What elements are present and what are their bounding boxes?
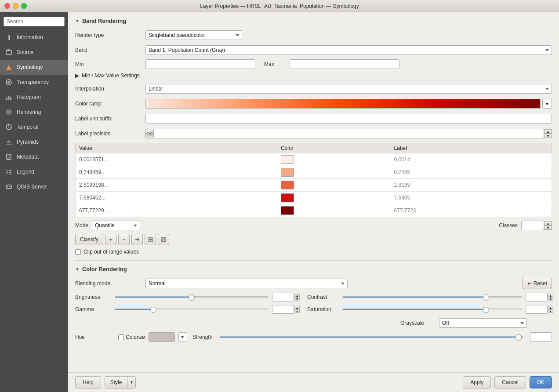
hue-row: Hue Colorize Strength 100% — [75, 332, 552, 342]
svg-rect-15 — [6, 172, 8, 174]
style-dropdown-arrow[interactable]: ▼ — [127, 376, 136, 388]
interpolation-select[interactable]: Linear — [145, 84, 552, 94]
sidebar-item-label: Histogram — [17, 94, 41, 100]
band-rendering-toggle[interactable]: ▼ — [75, 18, 80, 23]
style-button-group: Style ▼ — [105, 376, 136, 388]
ok-button[interactable]: OK — [530, 376, 552, 388]
table-cell-color[interactable] — [277, 153, 390, 166]
gamma-slider[interactable] — [115, 309, 269, 310]
invert-button[interactable] — [131, 234, 143, 245]
brightness-spin-down[interactable]: ▼ — [294, 297, 300, 301]
classify-button[interactable]: Classify — [75, 234, 103, 245]
mode-select[interactable]: Quantile — [92, 221, 140, 230]
svg-rect-3 — [6, 98, 7, 100]
classes-input[interactable]: 5 — [521, 221, 543, 230]
clip-checkbox[interactable] — [75, 249, 81, 255]
precision-delete-btn[interactable]: ⌫ — [145, 129, 153, 138]
classes-spin-up[interactable]: ▲ — [544, 221, 552, 225]
minmax-settings-header[interactable]: ▶ Min / Max Value Settings — [75, 73, 552, 79]
brightness-slider[interactable] — [115, 296, 269, 298]
classes-spin-down[interactable]: ▼ — [544, 225, 552, 230]
search-input[interactable] — [4, 17, 65, 26]
table-row: 0,748459... 0,7485 — [76, 166, 552, 179]
sidebar-item-histogram[interactable]: Histogram — [0, 90, 68, 105]
contrast-value-container: 0 ▲ ▼ — [526, 293, 552, 301]
svg-rect-12 — [8, 140, 9, 141]
min-input[interactable]: 0,001357142937216 — [145, 59, 255, 69]
brightness-spin-up[interactable]: ▲ — [294, 294, 300, 297]
table-cell-color[interactable] — [277, 179, 390, 192]
min-label: Min — [75, 61, 145, 67]
color-ramp-preview[interactable] — [145, 99, 541, 109]
label-precision-input[interactable]: 4 — [153, 129, 544, 138]
load-color-map-button[interactable] — [145, 234, 156, 245]
sidebar-item-qgis-server[interactable]: QGIS Server — [0, 179, 68, 194]
svg-rect-0 — [6, 51, 11, 54]
hue-label: Hue — [75, 334, 115, 340]
table-cell-color[interactable] — [277, 166, 390, 179]
label-unit-suffix-input[interactable] — [145, 114, 552, 123]
saturation-spin-down[interactable]: ▼ — [548, 309, 553, 313]
strength-slider[interactable] — [219, 336, 523, 338]
contrast-slider[interactable] — [342, 296, 522, 298]
hue-color-picker[interactable] — [149, 332, 175, 342]
remove-class-button[interactable]: − — [118, 234, 130, 245]
style-button[interactable]: Style — [105, 376, 127, 388]
precision-spin-up[interactable]: ▲ — [544, 129, 552, 134]
gamma-input[interactable]: 1,00 — [272, 305, 294, 314]
saturation-input[interactable]: 0 — [526, 305, 548, 314]
help-button[interactable]: Help — [75, 376, 101, 388]
render-type-select[interactable]: Singleband pseudocolor — [145, 30, 242, 40]
clip-checkbox-row: Clip out of range values — [75, 249, 552, 255]
table-cell-color[interactable] — [277, 204, 390, 217]
sidebar-item-transparency[interactable]: Transparency — [0, 75, 68, 90]
grayscale-select[interactable]: Off — [439, 318, 527, 328]
colorize-checkbox[interactable] — [118, 334, 124, 340]
min-max-row: Min 0,001357142937216 Max 682,4528782458… — [75, 59, 552, 69]
sidebar-item-symbology[interactable]: Symbology — [0, 60, 68, 75]
maximize-button[interactable] — [21, 3, 27, 9]
brightness-contrast-row: Brightness 0 ▲ ▼ Contrast — [75, 293, 552, 301]
color-rendering-header: ▼ Color Rendering — [75, 266, 552, 272]
render-type-label: Render type — [75, 32, 145, 38]
gamma-spin-down[interactable]: ▼ — [294, 309, 300, 313]
svg-rect-10 — [7, 142, 11, 143]
contrast-spin-up[interactable]: ▲ — [548, 294, 553, 297]
sidebar-item-temporal[interactable]: Temporal — [0, 120, 68, 134]
brightness-input[interactable]: 0 — [272, 293, 294, 301]
table-cell-value: 0,0013571... — [76, 153, 277, 166]
save-color-map-button[interactable] — [158, 234, 169, 245]
add-class-button[interactable]: + — [105, 234, 116, 245]
mode-row: Mode Quantile Classes 5 ▲ ▼ — [75, 221, 552, 230]
close-button[interactable] — [4, 3, 10, 9]
color-rendering-toggle[interactable]: ▼ — [75, 267, 80, 272]
sidebar-item-pyramids[interactable]: Pyramids — [0, 134, 68, 149]
saturation-spin-up[interactable]: ▲ — [548, 306, 553, 309]
sidebar-item-source[interactable]: Source — [0, 45, 68, 60]
sidebar-item-rendering[interactable]: Rendering — [0, 105, 68, 120]
precision-spin-down[interactable]: ▼ — [544, 134, 552, 138]
contrast-spin-down[interactable]: ▼ — [548, 297, 553, 301]
band-rendering-header: ▼ Band Rendering — [75, 18, 552, 24]
contrast-input[interactable]: 0 — [526, 293, 548, 301]
saturation-slider[interactable] — [342, 309, 522, 310]
band-select[interactable]: Band 1: Population Count (Gray) — [145, 45, 552, 55]
cancel-button[interactable]: Cancel — [494, 376, 526, 388]
sidebar-item-information[interactable]: ℹ Information — [0, 30, 68, 45]
reset-button[interactable]: ↩ Reset — [523, 278, 552, 289]
max-input[interactable]: 682,4528782458199885 — [290, 59, 399, 69]
reset-icon: ↩ — [527, 280, 532, 287]
gamma-saturation-row: Gamma 1,00 ▲ ▼ Saturation — [75, 305, 552, 314]
sidebar-item-metadata[interactable]: Metadata — [0, 149, 68, 164]
strength-input[interactable]: 100% — [530, 332, 552, 342]
table-cell-label: 0,7485 — [390, 166, 552, 179]
band-rendering-title: Band Rendering — [82, 18, 126, 24]
apply-button[interactable]: Apply — [463, 376, 491, 388]
hue-dropdown-btn[interactable] — [178, 332, 187, 342]
table-cell-color[interactable] — [277, 192, 390, 204]
blending-mode-select[interactable]: Normal — [145, 279, 348, 288]
gamma-spin-up[interactable]: ▲ — [294, 306, 300, 309]
color-ramp-dropdown-btn[interactable]: ▼ — [542, 99, 552, 109]
minimize-button[interactable] — [13, 3, 18, 9]
sidebar-item-legend[interactable]: Legend — [0, 164, 68, 179]
